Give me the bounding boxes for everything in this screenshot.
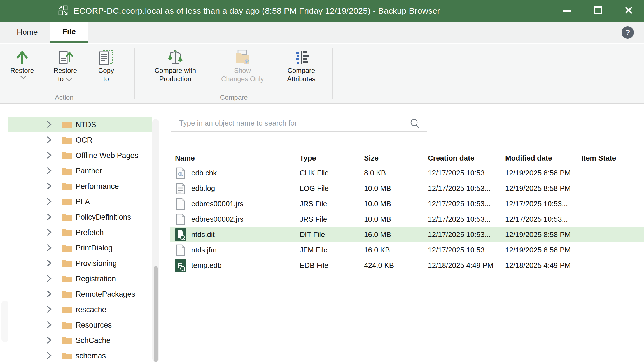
tree-item-registration[interactable]: Registration [0,271,160,287]
show-changes-only-button: ❄ Show Changes Only [212,44,273,92]
tree-item-policydefinitions[interactable]: PolicyDefinitions [0,210,160,225]
chevron-right-icon[interactable] [46,228,52,237]
tree-item-resources[interactable]: Resources [0,317,160,333]
chevron-down-icon [66,78,73,81]
search-input[interactable] [171,115,427,131]
svg-text:❄: ❄ [244,58,249,65]
maximize-icon [594,6,602,15]
table-header-row: Name Type Size Creation date Modified da… [170,151,644,165]
titlebar: ECORP-DC.ecorp.local as of less than a d… [0,0,644,22]
chevron-right-icon[interactable] [46,352,52,361]
column-header-type[interactable]: Type [300,154,364,163]
tree-item-performance[interactable]: Performance [0,179,160,194]
minimize-icon [563,8,571,13]
tree-item-printdialog[interactable]: PrintDialog [0,240,160,256]
tree-item-panther[interactable]: Panther [0,163,160,179]
restore-button[interactable]: Restore [4,44,40,92]
tab-file[interactable]: File [50,22,88,43]
table-row-selected[interactable]: ntds.dit DIT File 16.0 MB 12/17/2025 10:… [170,227,644,242]
ribbon-group-label-compare: Compare [135,94,332,101]
restore-to-button[interactable]: Restore to [45,44,86,92]
column-header-size[interactable]: Size [364,154,428,163]
table-row[interactable]: edbres00001.jrs JRS File 10.0 MB 12/17/2… [170,196,644,212]
ribbon: Restore Restore to [0,44,644,104]
folder-icon [62,166,73,176]
backup-browser-app-icon [57,5,69,17]
chevron-right-icon[interactable] [46,275,52,284]
tree-item-remotepackages[interactable]: RemotePackages [0,287,160,302]
chevron-right-icon[interactable] [46,136,52,145]
chevron-down-icon [20,75,27,79]
folder-icon [62,351,73,361]
scales-icon [167,48,184,66]
restore-up-arrow-icon [14,48,30,66]
minimize-button[interactable] [552,0,582,22]
folder-icon [62,120,73,130]
chevron-right-icon[interactable] [46,259,52,268]
tab-home[interactable]: Home [4,22,50,43]
tree-item-schcache[interactable]: SchCache [0,333,160,348]
tree-item-pla[interactable]: PLA [0,194,160,210]
tree-item-ocr[interactable]: OCR [0,133,160,148]
folder-icon [62,212,73,222]
chk-file-icon [175,167,186,180]
chevron-right-icon[interactable] [46,305,52,314]
table-row[interactable]: edb.chk CHK File 8.0 KB 12/17/2025 10:53… [170,165,644,181]
maximize-button[interactable] [582,0,613,22]
chevron-right-icon[interactable] [46,182,52,191]
window-title: ECORP-DC.ecorp.local as of less than a d… [74,6,440,16]
blank-file-icon [175,244,186,257]
copy-document-icon [98,48,114,66]
help-icon: ? [625,28,630,37]
chevron-right-icon[interactable] [46,321,52,330]
tree-item-provisioning[interactable]: Provisioning [0,256,160,271]
tree-item-prefetch[interactable]: Prefetch [0,225,160,240]
ribbon-group-label-action: Action [0,94,128,101]
tree-item-offline-web-pages[interactable]: Offline Web Pages [0,148,160,163]
folder-icon [62,182,73,192]
table-row[interactable]: E temp.edb EDB File 424.0 KB 12/18/2025 … [170,258,644,273]
tree-item-rescache[interactable]: rescache [0,302,160,317]
file-table: Name Type Size Creation date Modified da… [170,151,644,273]
chevron-right-icon[interactable] [46,167,52,176]
ribbon-group-separator [332,48,333,99]
column-header-creation-date[interactable]: Creation date [428,154,505,163]
attribute-bars-icon [293,48,309,66]
folder-icon [62,228,73,238]
column-header-item-state[interactable]: Item State [581,154,644,163]
table-row[interactable]: edb.log LOG File 10.0 MB 12/17/2025 10:5… [170,181,644,196]
folder-icon [62,289,73,300]
tree-scrollbar-thumb[interactable] [154,266,158,362]
chevron-right-icon[interactable] [46,120,52,129]
folder-icon [62,151,73,161]
table-row[interactable]: edbres00002.jrs JRS File 10.0 MB 12/17/2… [170,212,644,227]
copy-to-button[interactable]: Copy to [90,44,123,92]
chevron-right-icon[interactable] [46,244,52,253]
content-area: NTDS OCR Offline Web Pages Panther Perfo… [0,104,644,362]
compare-attributes-button[interactable]: Compare Attributes [273,44,329,92]
folder-icon [62,197,73,207]
table-row[interactable]: ntds.jfm JFM File 16.0 KB 12/17/2025 10:… [170,242,644,258]
blank-file-icon [175,213,186,226]
folder-icon [62,274,73,284]
folder-snowflake-icon: ❄ [234,48,251,66]
close-button[interactable] [613,0,644,22]
tree-item-schemas[interactable]: schemas [0,348,160,362]
column-header-modified-date[interactable]: Modified date [505,154,581,163]
chevron-right-icon[interactable] [46,213,52,222]
folder-icon [62,259,73,269]
compare-with-production-button[interactable]: Compare with Production [143,44,208,92]
folder-icon [62,336,73,346]
column-header-name[interactable]: Name [170,154,300,163]
chevron-right-icon[interactable] [46,151,52,160]
chevron-right-icon[interactable] [46,290,52,299]
search-field [171,115,427,132]
ribbon-tab-strip: Home File ? [0,22,644,43]
tree-item-ntds[interactable]: NTDS [0,117,160,133]
help-button[interactable]: ? [622,26,634,39]
folder-icon [62,305,73,315]
chevron-right-icon[interactable] [46,336,52,345]
search-icon[interactable] [410,118,420,131]
chevron-right-icon[interactable] [46,198,52,206]
restore-to-document-icon [57,48,73,66]
